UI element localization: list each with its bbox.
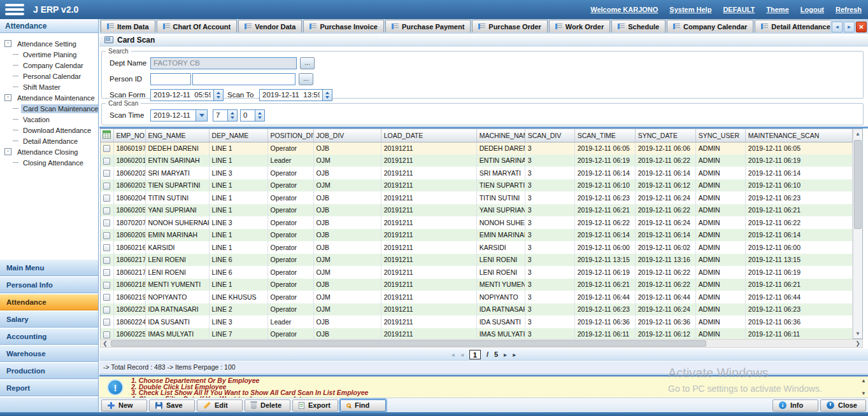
toolbar-button[interactable]: New bbox=[101, 399, 147, 412]
hamburger-menu-icon[interactable] bbox=[5, 3, 24, 17]
toolbar-button[interactable]: Find bbox=[340, 399, 386, 412]
table-row[interactable]: 18060209EMIN MARINAHLINE 1OperatorOJB201… bbox=[101, 229, 853, 242]
column-header[interactable]: DEP_NAME bbox=[209, 129, 267, 142]
table-row[interactable]: 18060197DEDEH DARENILINE 1OperatorOJB201… bbox=[101, 142, 853, 155]
row-checkbox[interactable] bbox=[103, 183, 110, 190]
person-name-input[interactable] bbox=[192, 73, 295, 85]
tree-item[interactable]: Detail Attendance bbox=[0, 135, 98, 146]
prev-page-icon[interactable]: ◂ bbox=[460, 351, 464, 358]
tree-item[interactable]: Attendance Maintenance bbox=[0, 92, 98, 103]
row-checkbox[interactable] bbox=[103, 158, 110, 165]
column-header[interactable]: ENG_NAME bbox=[145, 129, 209, 142]
row-checkbox[interactable] bbox=[103, 244, 110, 251]
row-checkbox[interactable] bbox=[103, 269, 110, 276]
row-checkbox[interactable] bbox=[103, 331, 110, 338]
module-menu-item[interactable]: Warehouse bbox=[0, 345, 98, 362]
tab[interactable]: Purchase Order bbox=[472, 20, 548, 32]
tab-scroll-right-icon[interactable]: ▸ bbox=[844, 22, 855, 32]
module-menu-item[interactable]: Main Menu bbox=[0, 260, 98, 276]
table-row[interactable]: 18060217LENI ROENILINE 6OperatorOJM20191… bbox=[101, 266, 853, 279]
column-header[interactable]: MACHINE_NAME bbox=[476, 129, 525, 142]
scan-to-spinner[interactable] bbox=[323, 89, 332, 101]
toolbar-button[interactable]: Close bbox=[820, 399, 866, 412]
tab[interactable]: Work Order bbox=[549, 20, 610, 32]
tab[interactable]: Purchase Payment bbox=[385, 20, 471, 32]
tab[interactable]: Purchase Invoice bbox=[303, 20, 384, 32]
top-link[interactable]: Theme bbox=[766, 6, 788, 13]
table-row[interactable]: 18060224IDA SUSANTILINE 3LeaderOJB201912… bbox=[101, 315, 853, 328]
tree-item[interactable]: Download Attendance bbox=[0, 125, 98, 135]
tab[interactable]: Vendor Data bbox=[238, 20, 302, 32]
table-row[interactable]: 18060219NOPIYANTOLINE KHUSUSOperatorOJM2… bbox=[101, 291, 853, 303]
tab[interactable]: Chart Of Account bbox=[157, 20, 238, 32]
module-menu-item[interactable]: Attendance bbox=[0, 294, 98, 310]
row-checkbox[interactable] bbox=[103, 319, 110, 326]
row-checkbox[interactable] bbox=[103, 257, 110, 264]
table-row[interactable]: 18060217LENI ROENILINE 6OperatorOJM20191… bbox=[101, 254, 853, 267]
column-header[interactable]: SYNC_DATE bbox=[635, 129, 695, 142]
tree-item[interactable]: Company Calendar bbox=[0, 60, 98, 71]
toolbar-button[interactable]: Edit bbox=[197, 399, 243, 412]
horizontal-scrollbar[interactable]: ❮ ❯ bbox=[100, 339, 863, 348]
first-page-icon[interactable]: ◂ bbox=[452, 351, 455, 358]
tab[interactable]: Detail Attendance bbox=[755, 20, 830, 32]
column-header[interactable]: MAINTENANCE_SCAN bbox=[745, 129, 852, 142]
table-row[interactable]: 18060203TIEN SUPARTINILINE 1OperatorOJM2… bbox=[101, 179, 853, 192]
notes-scroll-up-icon[interactable]: ▲ bbox=[861, 378, 866, 384]
row-checkbox[interactable] bbox=[103, 282, 110, 289]
top-link[interactable]: Refresh bbox=[836, 6, 862, 13]
tab-close-icon[interactable]: ✕ bbox=[856, 22, 867, 32]
top-link[interactable]: DEFAULT bbox=[723, 6, 755, 13]
tree-item[interactable]: Attendance Setting bbox=[0, 38, 98, 49]
table-row[interactable]: 18060218MENTI YUMENTILINE 1OperatorOJB20… bbox=[101, 279, 853, 291]
scan-from-input[interactable] bbox=[150, 89, 214, 101]
last-page-icon[interactable]: ▸ bbox=[513, 351, 516, 358]
table-row[interactable]: 18060201ENTIN SARINAHLINE 1LeaderOJM2019… bbox=[101, 155, 853, 167]
row-checkbox[interactable] bbox=[103, 307, 110, 314]
row-checkbox[interactable] bbox=[103, 294, 110, 301]
scan-hour-spinner[interactable] bbox=[228, 109, 238, 121]
tree-item[interactable]: Overtime Planing bbox=[0, 49, 98, 60]
scan-date-value[interactable] bbox=[150, 109, 196, 121]
row-checkbox[interactable] bbox=[103, 207, 110, 214]
current-page[interactable]: 1 bbox=[469, 350, 481, 359]
tree-item[interactable]: Vacation bbox=[0, 114, 98, 125]
scroll-right-icon[interactable]: ❯ bbox=[853, 340, 862, 347]
row-checkbox[interactable] bbox=[103, 232, 110, 239]
tab[interactable]: Item Data bbox=[101, 20, 155, 32]
tab[interactable]: Schedule bbox=[611, 20, 665, 32]
table-row[interactable]: 18070207NONOH SUHERNAHLINE 3OperatorOJB2… bbox=[101, 216, 853, 229]
person-browse-button[interactable]: ... bbox=[299, 73, 313, 85]
dept-name-input[interactable] bbox=[150, 57, 297, 69]
toolbar-button[interactable]: Export bbox=[292, 399, 338, 412]
toolbar-button[interactable]: Info bbox=[772, 399, 818, 412]
tab-scroll-left-icon[interactable]: ◂ bbox=[832, 22, 843, 32]
column-header[interactable]: SCAN_TIME bbox=[574, 129, 635, 142]
scan-from-spinner[interactable] bbox=[214, 89, 224, 101]
table-row[interactable]: 18060216KARSIDILINE 1OperatorOJB20191211… bbox=[101, 241, 853, 254]
scroll-left-icon[interactable]: ❮ bbox=[101, 340, 110, 347]
row-checkbox[interactable] bbox=[103, 170, 110, 177]
scan-hour-input[interactable] bbox=[213, 109, 228, 121]
table-row[interactable]: 18060223IDA RATNASARILINE 2OperatorOJM20… bbox=[101, 303, 853, 316]
tree-item[interactable]: Attendance Closing bbox=[0, 146, 98, 157]
top-link[interactable]: System Help bbox=[669, 6, 711, 13]
module-menu-item[interactable]: Production bbox=[0, 363, 98, 379]
next-page-icon[interactable]: ▸ bbox=[504, 351, 507, 358]
notes-scroll-down-icon[interactable]: ▼ bbox=[861, 391, 866, 396]
scroll-down-icon[interactable]: ▼ bbox=[853, 329, 862, 338]
scan-to-input[interactable] bbox=[259, 89, 323, 101]
row-checkbox[interactable] bbox=[103, 145, 110, 152]
module-menu-item[interactable]: Report bbox=[0, 380, 98, 396]
toolbar-button[interactable]: Save bbox=[149, 399, 195, 412]
row-checkbox[interactable] bbox=[103, 195, 110, 202]
scroll-up-icon[interactable]: ▲ bbox=[853, 129, 862, 139]
row-checkbox[interactable] bbox=[103, 219, 110, 226]
tree-item[interactable]: Personal Calendar bbox=[0, 71, 98, 81]
person-id-input[interactable] bbox=[150, 73, 191, 85]
module-menu-item[interactable]: Accounting bbox=[0, 328, 98, 345]
column-header[interactable]: SCAN_DIV bbox=[525, 129, 574, 142]
vertical-scrollbar[interactable]: ▲ ▼ bbox=[853, 129, 862, 338]
column-header[interactable]: EMP_NO bbox=[113, 129, 145, 142]
table-row[interactable]: 18060204TITIN SUTINILINE 1OperatorOJB201… bbox=[101, 191, 853, 204]
